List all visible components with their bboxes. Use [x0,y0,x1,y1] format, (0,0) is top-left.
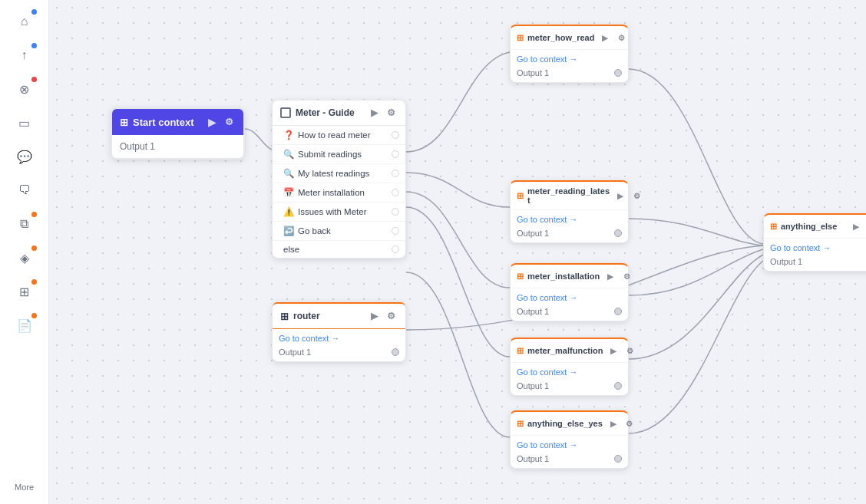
meter-installation-play[interactable]: ▶ [603,269,617,283]
diamond-icon: ◈ [20,251,29,265]
latest-readings-label: My latest readings [298,169,369,178]
meter-malfunction-icon: ⊞ [517,346,524,356]
installation-label: Meter installation [298,188,365,197]
meter-how-read-body: Go to context → Output 1 [511,50,628,82]
anything-else-yes-node: ⊞ anything_else_yes ▶ ⚙ Go to context → … [510,410,629,469]
menu-item-else[interactable]: else [273,241,405,258]
start-context-node: ⊞ Start context ▶ ⚙ Output 1 [111,107,245,160]
anything-else-yes-settings[interactable]: ⚙ [623,417,636,430]
router-go-to-context[interactable]: Go to context → [279,334,399,343]
router-play[interactable]: ▶ [367,309,381,323]
sidebar-item-error[interactable]: ⊗ [9,74,40,104]
meter-how-read-title: meter_how_read [527,33,594,42]
router-settings[interactable]: ⚙ [384,309,398,323]
anything-else-yes-link[interactable]: Go to context → [517,440,622,450]
meter-malfunction-settings[interactable]: ⚙ [623,344,636,357]
sidebar: ⌂ ↑ ⊗ ▭ 💬 🗨 ⧉ ◈ ⊞ 📄 More [0,0,49,504]
sidebar-item-diamond[interactable]: ◈ [9,242,40,273]
meter-malfunction-output: Output 1 [517,381,622,390]
menu-item-installation[interactable]: 📅 Meter installation [273,183,405,203]
chat-icon: ▭ [18,116,30,130]
meter-installation-title: meter_installation [527,272,600,281]
meter-malfunction-output-label: Output 1 [517,381,549,390]
anything-else-yes-play[interactable]: ▶ [607,417,620,430]
anything-else-icon: ⊞ [770,222,777,232]
canvas: ⊞ Start context ▶ ⚙ Output 1 Meter - Gui… [49,0,866,504]
go-back-icon: ↩️ [283,226,294,236]
meter-installation-link[interactable]: Go to context → [517,293,622,302]
anything-else-yes-header: ⊞ anything_else_yes ▶ ⚙ [511,412,628,436]
meter-installation-output-label: Output 1 [517,307,549,316]
file-dot [31,313,37,318]
meter-installation-node: ⊞ meter_installation ▶ ⚙ Go to context →… [510,263,629,321]
error-dot [31,77,37,82]
anything-else-yes-output-label: Output 1 [517,454,549,463]
meter-how-read-play[interactable]: ▶ [598,31,612,44]
sidebar-item-import[interactable]: ↑ [9,40,40,71]
message2-icon: 🗨 [18,183,31,197]
anything-else-play[interactable]: ▶ [849,219,863,233]
sidebar-item-home[interactable]: ⌂ [9,6,40,37]
meter-reading-latest-link-label: Go to context → [517,215,577,224]
grid-icon: ⊞ [19,285,29,299]
meter-reading-latest-body: Go to context → Output 1 [511,210,628,242]
anything-else-header: ⊞ anything_else ▶ ⚙ [764,215,866,239]
sidebar-item-file[interactable]: 📄 [9,310,40,341]
home-dot [31,9,37,15]
error-icon: ⊗ [19,82,29,97]
sidebar-item-message2[interactable]: 🗨 [9,175,40,206]
else-label: else [283,245,299,254]
meter-reading-latest-link[interactable]: Go to context → [517,215,622,224]
file-icon: 📄 [17,318,32,333]
menu-item-go-back[interactable]: ↩️ Go back [273,222,405,241]
meter-guide-play[interactable]: ▶ [367,106,381,120]
diamond-dot [31,245,37,251]
issues-icon: ⚠️ [283,206,294,217]
sidebar-item-message[interactable]: 💬 [9,141,40,172]
meter-how-read-output-label: Output 1 [517,68,549,77]
anything-else-output-label: Output 1 [770,257,802,266]
latest-readings-icon: 🔍 [283,168,294,179]
anything-else-link[interactable]: Go to context → [770,243,866,252]
meter-malfunction-link[interactable]: Go to context → [517,367,622,377]
router-title: router [293,311,320,321]
router-node: ⊞ router ▶ ⚙ Go to context → Output 1 [272,301,406,362]
meter-reading-latest-settings[interactable]: ⚙ [630,189,643,203]
sidebar-item-grid[interactable]: ⊞ [9,276,40,307]
sidebar-item-copy[interactable]: ⧉ [9,209,40,239]
issues-label: Issues with Meter [298,207,366,216]
start-settings-button[interactable]: ⚙ [222,115,236,129]
sidebar-more[interactable]: More [15,476,34,498]
start-play-button[interactable]: ▶ [205,115,219,129]
meter-installation-output-dot [614,308,622,315]
meter-installation-body: Go to context → Output 1 [511,288,628,321]
anything-else-yes-body: Go to context → Output 1 [511,436,628,468]
anything-else-node: ⊞ anything_else ▶ ⚙ Go to context → Outp… [763,213,866,272]
start-output-label: Output 1 [120,141,155,152]
how-to-read-icon: ❓ [283,130,294,140]
meter-guide-settings[interactable]: ⚙ [384,106,398,120]
meter-malfunction-play[interactable]: ▶ [607,344,620,357]
meter-malfunction-body: Go to context → Output 1 [511,363,628,395]
meter-how-read-settings[interactable]: ⚙ [614,31,628,44]
meter-how-read-icon: ⊞ [517,33,524,43]
anything-else-title: anything_else [781,222,837,231]
meter-how-read-link[interactable]: Go to context → [517,54,622,64]
anything-else-body: Go to context → Output 1 [764,239,866,271]
menu-item-latest-readings[interactable]: 🔍 My latest readings [273,164,405,183]
import-dot [31,43,37,48]
meter-how-read-output: Output 1 [517,68,622,77]
installation-icon: 📅 [283,187,294,198]
menu-item-issues[interactable]: ⚠️ Issues with Meter [273,203,405,222]
copy-icon: ⧉ [20,217,28,231]
meter-installation-settings[interactable]: ⚙ [620,269,633,283]
start-context-header: ⊞ Start context ▶ ⚙ [112,109,243,135]
menu-item-submit-readings[interactable]: 🔍 Submit readings [273,145,405,164]
go-back-label: Go back [298,226,331,236]
menu-item-how-to-read[interactable]: ❓ How to read meter [273,126,405,145]
sidebar-item-chat[interactable]: ▭ [9,107,40,138]
meter-reading-latest-play[interactable]: ▶ [613,189,627,203]
anything-else-yes-output-dot [614,455,622,463]
router-header: ⊞ router ▶ ⚙ [273,302,405,329]
anything-else-output: Output 1 [770,257,866,266]
